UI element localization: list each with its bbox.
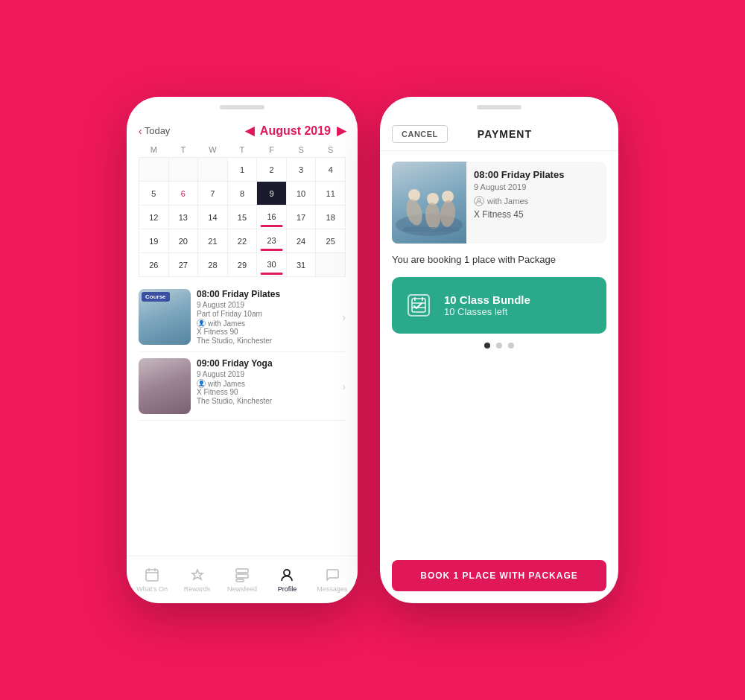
event-item-pilates[interactable]: Course 08:00 Friday Pilates 9 August 201… xyxy=(139,283,346,352)
calendar-day[interactable]: 25 xyxy=(316,229,346,253)
svg-rect-6 xyxy=(236,579,244,582)
class-card-title: 08:00 Friday Pilates xyxy=(474,169,599,180)
svg-rect-0 xyxy=(146,570,158,581)
dot-1[interactable] xyxy=(484,343,490,349)
nav-profile[interactable]: Profile xyxy=(264,567,309,593)
calendar-day[interactable]: 29 xyxy=(227,253,257,277)
event-pilates-instructor: 👤 with James xyxy=(197,319,336,328)
nav-rewards[interactable]: Rewards xyxy=(174,567,219,593)
right-phone-top-bar xyxy=(380,97,618,118)
calendar-day[interactable]: 24 xyxy=(286,229,316,253)
event-yoga-thumb xyxy=(139,358,191,414)
event-item-yoga[interactable]: 09:00 Friday Yoga 9 August 2019 👤 with J… xyxy=(139,352,346,421)
event-yoga-title: 09:00 Friday Yoga xyxy=(197,358,336,369)
back-chevron-icon[interactable]: ‹ xyxy=(139,125,142,137)
nav-newsfeed[interactable]: Newsfeed xyxy=(220,567,264,593)
day-of-week-header: S xyxy=(316,142,346,158)
calendar-day[interactable]: 23 xyxy=(257,229,287,253)
day-of-week-header: W xyxy=(198,142,228,158)
day-of-week-header: F xyxy=(257,142,287,158)
calendar-day[interactable]: 11 xyxy=(316,182,346,206)
class-card-instructor: with James xyxy=(474,196,599,206)
event-bar xyxy=(260,225,283,227)
event-yoga-chevron-icon[interactable]: › xyxy=(342,358,346,414)
calendar-day[interactable]: 8 xyxy=(227,182,257,206)
cancel-button[interactable]: CANCEL xyxy=(392,125,448,143)
day-of-week-header: T xyxy=(168,142,198,158)
calendar-day[interactable]: 28 xyxy=(198,253,228,277)
calendar-day[interactable]: 20 xyxy=(168,229,198,253)
calendar-header: ‹ Today ◀ August 2019 ▶ xyxy=(139,118,346,142)
event-pilates-chevron-icon[interactable]: › xyxy=(342,289,346,346)
calendar-day[interactable]: 15 xyxy=(227,206,257,229)
calendar-day[interactable]: 9 xyxy=(257,182,287,206)
dot-2[interactable] xyxy=(496,343,502,349)
today-nav[interactable]: ‹ Today xyxy=(139,125,170,137)
class-card-date: 9 August 2019 xyxy=(474,182,599,191)
instructor-icon: 👤 xyxy=(197,319,206,328)
calendar-day[interactable]: 22 xyxy=(227,229,257,253)
calendar-day[interactable]: 3 xyxy=(286,158,316,182)
class-instructor-text: with James xyxy=(487,197,528,206)
next-month-icon[interactable]: ▶ xyxy=(337,124,346,138)
right-phone: CANCEL PAYMENT xyxy=(380,97,618,603)
calendar-day[interactable]: 2 xyxy=(257,158,287,182)
calendar-day[interactable]: 17 xyxy=(286,206,316,229)
event-pilates-instructor-text: with James xyxy=(208,319,245,328)
event-pilates-sub: Part of Friday 10am xyxy=(197,310,336,318)
calendar-day[interactable]: 26 xyxy=(139,253,169,277)
nav-whats-on[interactable]: What's On xyxy=(130,567,174,593)
rewards-label: Rewards xyxy=(184,585,211,593)
course-badge: Course xyxy=(142,292,170,302)
month-nav: ◀ August 2019 ▶ xyxy=(245,124,346,138)
payment-header: CANCEL PAYMENT xyxy=(380,118,618,151)
nav-messages[interactable]: Messages xyxy=(310,567,355,593)
calendar-day[interactable]: 27 xyxy=(168,253,198,277)
yoga-image xyxy=(139,358,191,414)
payment-title: PAYMENT xyxy=(478,128,532,140)
class-card-venue: X Fitness 45 xyxy=(474,209,599,220)
calendar-day[interactable]: 19 xyxy=(139,229,169,253)
pilates-thumb-image xyxy=(392,162,466,244)
calendar-day[interactable]: 18 xyxy=(316,206,346,229)
package-icon xyxy=(404,290,434,320)
calendar-day[interactable]: 13 xyxy=(168,206,198,229)
calendar-day[interactable]: 4 xyxy=(316,158,346,182)
calendar-day[interactable]: 14 xyxy=(198,206,228,229)
calendar-day[interactable]: 10 xyxy=(286,182,316,206)
prev-month-icon[interactable]: ◀ xyxy=(245,124,254,138)
package-classes-left: 10 Classes left xyxy=(444,306,530,317)
pagination-dots xyxy=(392,343,606,349)
calendar-day[interactable]: 30 xyxy=(257,253,287,277)
package-card[interactable]: 10 Class Bundle 10 Classes left xyxy=(392,277,606,334)
today-label[interactable]: Today xyxy=(145,125,171,136)
calendar-day[interactable]: 31 xyxy=(286,253,316,277)
messages-label: Messages xyxy=(317,585,347,593)
calendar-day[interactable]: 12 xyxy=(139,206,169,229)
calendar-day[interactable]: 6 xyxy=(168,182,198,206)
rewards-icon xyxy=(189,567,206,583)
svg-rect-15 xyxy=(403,227,459,232)
newsfeed-label: Newsfeed xyxy=(227,585,257,593)
package-text: 10 Class Bundle 10 Classes left xyxy=(444,293,530,317)
event-pilates-info: 08:00 Friday Pilates 9 August 2019 Part … xyxy=(197,289,336,346)
event-bar xyxy=(260,273,283,275)
left-phone: ‹ Today ◀ August 2019 ▶ MTWTFSS 12345678… xyxy=(127,97,358,603)
booking-info: You are booking 1 place with Package xyxy=(380,254,618,265)
calendar-day[interactable]: 5 xyxy=(139,182,169,206)
calendar-day[interactable]: 16 xyxy=(257,206,287,229)
calendar-day[interactable]: 21 xyxy=(198,229,228,253)
whats-on-label: What's On xyxy=(136,585,168,593)
book-button[interactable]: BOOK 1 PLACE WITH PACKAGE xyxy=(392,560,606,591)
calendar-day[interactable]: 1 xyxy=(227,158,257,182)
yoga-instructor-icon: 👤 xyxy=(197,379,206,388)
dot-3[interactable] xyxy=(508,343,514,349)
event-yoga-location: The Studio, Kinchester xyxy=(197,397,336,405)
svg-rect-5 xyxy=(236,574,248,578)
pilates-image: Course xyxy=(139,289,191,345)
svg-point-9 xyxy=(408,189,420,201)
left-phone-content: ‹ Today ◀ August 2019 ▶ MTWTFSS 12345678… xyxy=(127,118,358,556)
newsfeed-icon xyxy=(234,567,250,583)
calendar-day[interactable]: 7 xyxy=(198,182,228,206)
left-phone-speaker xyxy=(220,105,264,109)
